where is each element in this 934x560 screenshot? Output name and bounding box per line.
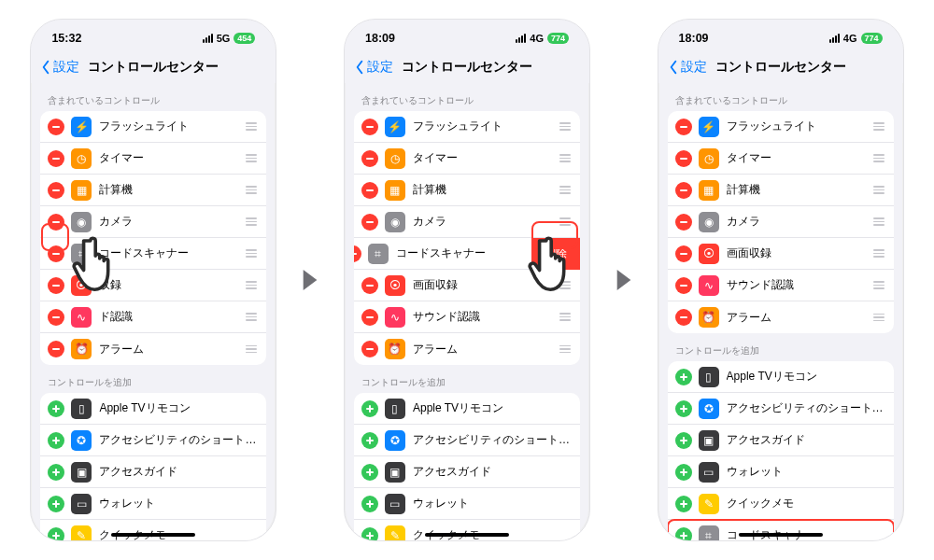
remove-button[interactable]: [675, 182, 692, 199]
control-row[interactable]: ⌗コードスキャナー: [668, 520, 894, 540]
reorder-grip-icon[interactable]: [871, 122, 886, 131]
reorder-grip-icon[interactable]: [558, 313, 573, 321]
add-button[interactable]: [675, 496, 692, 512]
reorder-grip-icon[interactable]: [558, 281, 573, 289]
remove-button[interactable]: [361, 341, 378, 357]
reorder-grip-icon[interactable]: [558, 186, 573, 194]
add-button[interactable]: [675, 527, 692, 541]
remove-button[interactable]: [675, 150, 692, 167]
remove-button[interactable]: [675, 309, 692, 326]
control-row[interactable]: ▭ウォレット: [354, 488, 580, 520]
control-row[interactable]: ⚡フラッシュライト: [354, 111, 580, 143]
scroll-area[interactable]: 含まれているコントロール ⚡フラッシュライト◷タイマー▦計算機◉カメラ⌗コードス…: [345, 83, 589, 540]
control-row[interactable]: ◉カメラ: [668, 206, 894, 238]
control-row[interactable]: ◷タイマー: [354, 143, 580, 175]
control-row[interactable]: ⌗コードスキャナー削除: [354, 238, 580, 270]
remove-button[interactable]: [48, 277, 64, 294]
control-row[interactable]: ▦計算機: [354, 175, 580, 206]
add-button[interactable]: [361, 464, 378, 481]
delete-button[interactable]: 削除: [531, 238, 580, 270]
control-row[interactable]: ✪アクセシビリティのショートカット: [40, 425, 266, 456]
control-row[interactable]: ⏰アラーム: [668, 301, 894, 333]
reorder-grip-icon[interactable]: [558, 345, 573, 354]
remove-button[interactable]: [48, 119, 64, 135]
add-button[interactable]: [675, 464, 692, 481]
control-row[interactable]: ✎クイックメモ: [354, 520, 580, 540]
control-row[interactable]: ▣アクセスガイド: [354, 456, 580, 488]
add-button[interactable]: [675, 432, 692, 449]
reorder-grip-icon[interactable]: [558, 217, 573, 226]
remove-button[interactable]: [361, 182, 378, 199]
control-row[interactable]: ◷タイマー: [40, 143, 266, 175]
reorder-grip-icon[interactable]: [558, 122, 573, 131]
control-row[interactable]: ▦計算機: [668, 175, 894, 206]
scroll-area[interactable]: 含まれているコントロール ⚡フラッシュライト◷タイマー▦計算機◉カメラ⦿画面収録…: [658, 83, 903, 540]
add-button[interactable]: [675, 400, 692, 417]
scroll-area[interactable]: 含まれているコントロール ⚡フラッシュライト◷タイマー▦計算機◉カメラ⌗コードス…: [31, 83, 276, 540]
remove-button[interactable]: [361, 214, 378, 231]
control-row[interactable]: ▣アクセスガイド: [40, 456, 266, 488]
control-row[interactable]: ▣アクセスガイド: [668, 425, 894, 456]
remove-button[interactable]: [675, 214, 692, 231]
control-row[interactable]: ⦿画面収録: [354, 270, 580, 301]
remove-button[interactable]: [675, 245, 692, 262]
reorder-grip-icon[interactable]: [871, 281, 886, 289]
control-row[interactable]: ▦計算機: [40, 175, 266, 206]
reorder-grip-icon[interactable]: [871, 186, 886, 194]
control-row[interactable]: ✪アクセシビリティのショートカット: [354, 425, 580, 456]
add-button[interactable]: [48, 527, 64, 541]
remove-button[interactable]: [48, 214, 64, 231]
control-row[interactable]: ∿サウンド認識: [354, 301, 580, 333]
remove-button[interactable]: [675, 119, 692, 135]
control-row[interactable]: ⌗コードスキャナー: [40, 238, 266, 270]
reorder-grip-icon[interactable]: [244, 186, 259, 194]
remove-button[interactable]: [361, 150, 378, 167]
control-row[interactable]: ∿サウンド認識: [668, 270, 894, 301]
back-button[interactable]: 設定: [354, 51, 393, 82]
remove-button[interactable]: [48, 341, 64, 357]
add-button[interactable]: [48, 496, 64, 512]
add-button[interactable]: [361, 527, 378, 541]
remove-button[interactable]: [361, 277, 378, 294]
control-row[interactable]: ⦿画面収録: [668, 238, 894, 270]
control-row[interactable]: ▭ウォレット: [40, 488, 266, 520]
reorder-grip-icon[interactable]: [244, 217, 259, 226]
control-row[interactable]: ✎クイックメモ: [40, 520, 266, 540]
control-row[interactable]: ▯Apple TVリモコン: [40, 393, 266, 425]
control-row[interactable]: ⚡フラッシュライト: [668, 111, 894, 143]
reorder-grip-icon[interactable]: [244, 281, 259, 289]
reorder-grip-icon[interactable]: [871, 314, 886, 322]
remove-button[interactable]: [354, 245, 361, 262]
remove-button[interactable]: [675, 277, 692, 294]
control-row[interactable]: ▯Apple TVリモコン: [668, 361, 894, 393]
add-button[interactable]: [48, 464, 64, 481]
reorder-grip-icon[interactable]: [244, 122, 259, 131]
reorder-grip-icon[interactable]: [871, 249, 886, 258]
reorder-grip-icon[interactable]: [244, 154, 259, 162]
remove-button[interactable]: [48, 245, 64, 262]
add-button[interactable]: [361, 432, 378, 449]
reorder-grip-icon[interactable]: [871, 217, 886, 226]
control-row[interactable]: ⏰アラーム: [40, 333, 266, 365]
reorder-grip-icon[interactable]: [244, 313, 259, 321]
remove-button[interactable]: [48, 309, 64, 326]
reorder-grip-icon[interactable]: [244, 249, 259, 258]
add-button[interactable]: [361, 496, 378, 512]
add-button[interactable]: [48, 432, 64, 449]
remove-button[interactable]: [361, 119, 378, 135]
control-row[interactable]: ▭ウォレット: [668, 456, 894, 488]
reorder-grip-icon[interactable]: [244, 345, 259, 354]
control-row[interactable]: ◉カメラ: [354, 206, 580, 238]
control-row[interactable]: ⦿収録: [40, 270, 266, 301]
add-button[interactable]: [48, 400, 64, 417]
remove-button[interactable]: [361, 309, 378, 326]
control-row[interactable]: ∿ド認識: [40, 301, 266, 333]
control-row[interactable]: ▯Apple TVリモコン: [354, 393, 580, 425]
control-row[interactable]: ✪アクセシビリティのショートカット: [668, 393, 894, 425]
reorder-grip-icon[interactable]: [558, 154, 573, 162]
remove-button[interactable]: [48, 150, 64, 167]
back-button[interactable]: 設定: [40, 51, 79, 82]
control-row[interactable]: ◉カメラ: [40, 206, 266, 238]
control-row[interactable]: ⚡フラッシュライト: [40, 111, 266, 143]
reorder-grip-icon[interactable]: [871, 154, 886, 162]
